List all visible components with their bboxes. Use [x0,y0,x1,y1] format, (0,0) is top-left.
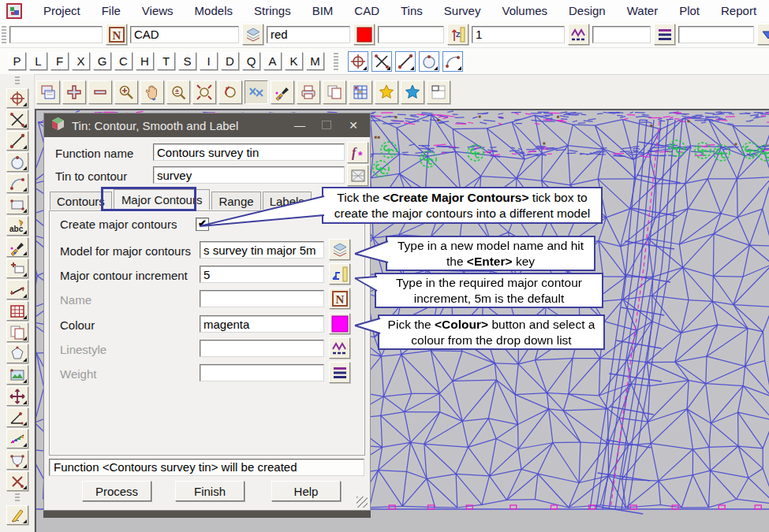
menu-models[interactable]: Models [195,4,233,17]
line-weight-field[interactable] [592,26,651,43]
toolbar-grip[interactable] [15,76,20,86]
key-button-t[interactable]: T [157,52,175,70]
toolbar-grip[interactable] [2,26,6,43]
maximize-icon[interactable] [316,119,337,132]
tab-major-contours[interactable]: Major Contours [114,189,211,210]
zoom-in-button[interactable] [114,80,138,104]
circle-snap-button[interactable] [6,152,28,172]
save-button[interactable] [36,80,60,104]
cross-snap-button[interactable] [371,51,392,72]
fence-button[interactable] [6,450,28,470]
menu-bim[interactable]: BIM [312,4,334,17]
height-picker-button[interactable]: Z [447,24,468,45]
cross-snap-button[interactable] [6,110,28,129]
grid-view-button[interactable] [349,80,372,104]
toolbar-grip[interactable] [15,493,20,503]
tin-field[interactable] [678,26,754,43]
text-button[interactable]: abc [6,216,28,236]
rectangle-button[interactable] [6,195,28,214]
function-name-input[interactable] [153,143,345,161]
copy-view-button[interactable] [323,80,346,104]
key-button-l[interactable]: L [29,52,47,70]
key-button-g[interactable]: G [93,52,111,70]
create-box-button[interactable] [6,259,28,278]
point-snap-button[interactable] [6,88,28,108]
image-button[interactable] [6,365,28,385]
model-for-major-contours-input[interactable] [200,241,324,259]
key-button-x[interactable]: X [72,52,90,70]
print-button[interactable] [297,80,320,104]
menu-strings[interactable]: Strings [254,4,291,17]
delete-cross-button[interactable] [6,471,28,491]
colour-picker-button[interactable] [329,313,350,334]
point-snap-button[interactable] [348,51,368,72]
toolbar-grip[interactable] [334,53,338,70]
key-button-m[interactable]: M [306,52,324,70]
minus-button[interactable] [88,80,112,104]
weight-input[interactable] [200,364,324,381]
name-field[interactable] [9,26,103,43]
copy-view-button[interactable] [6,322,28,342]
name-picker-button[interactable]: N [329,288,350,309]
resize-grip[interactable] [357,497,368,508]
key-button-i[interactable]: I [200,52,218,70]
paint-button[interactable] [271,80,294,104]
key-button-d[interactable]: D [221,52,239,70]
model-picker-button[interactable] [329,239,350,260]
tab-contours[interactable]: Contours [50,192,112,210]
angle-point-button[interactable] [6,407,28,427]
name-input[interactable] [200,290,324,307]
height-field[interactable] [378,26,444,43]
tin-to-contour-input[interactable] [153,166,345,184]
tab-labels[interactable]: Labels [263,192,312,210]
star-blue-button[interactable] [401,80,424,104]
menu-volumes[interactable]: Volumes [502,4,547,17]
window-layout-button[interactable] [427,80,450,104]
help-button[interactable]: Help [271,481,341,501]
key-button-h[interactable]: H [136,52,154,70]
line-snap-button[interactable] [395,51,416,72]
linestyle-picker-button[interactable] [568,24,589,45]
table-button[interactable] [6,301,28,321]
menu-cad[interactable]: CAD [354,4,379,17]
key-button-f[interactable]: F [50,52,69,70]
name-picker-button[interactable]: N [106,24,127,45]
plus-button[interactable] [62,80,86,104]
menu-views[interactable]: Views [142,4,174,17]
tab-range[interactable]: Range [211,192,260,210]
function-button[interactable]: f* [347,142,368,163]
line-snap-button[interactable] [6,131,28,151]
arc-snap-button[interactable] [6,173,28,193]
increment-picker-button[interactable] [329,263,350,285]
key-button-q[interactable]: Q [242,52,260,70]
weight-picker-button[interactable] [329,362,350,383]
zoom-scale-button[interactable]: ± [166,80,190,104]
finish-button[interactable]: Finish [175,481,245,501]
menu-tins[interactable]: Tins [401,4,423,17]
translate-button[interactable] [6,386,28,406]
gradient-line-button[interactable] [6,429,28,448]
paint-button[interactable] [6,237,28,257]
linestyle-picker-button[interactable] [329,337,350,359]
sketch-pencil-button[interactable] [6,505,28,525]
measure-button[interactable] [6,280,28,299]
zoom-extents-button[interactable] [192,80,216,104]
major-contour-increment-input[interactable] [200,266,324,283]
dialog-titlebar[interactable]: Tin: Contour, Smooth and Label — ✕ [44,113,370,137]
menu-file[interactable]: File [102,4,121,17]
tin-picker-button[interactable] [347,165,368,186]
key-button-c[interactable]: C [114,52,133,70]
colour-input[interactable] [200,315,324,333]
star-yellow-button[interactable] [375,80,398,104]
weight-picker-button[interactable] [654,24,675,45]
model-field[interactable] [130,26,239,43]
menu-survey[interactable]: Survey [444,4,481,17]
zoom-previous-button[interactable] [218,80,242,104]
key-button-s[interactable]: S [178,52,196,70]
arc-snap-button[interactable] [442,51,463,72]
menu-design[interactable]: Design [569,4,606,17]
menu-project[interactable]: Project [43,4,80,17]
key-button-a[interactable]: A [263,52,282,70]
colour-field[interactable] [267,26,350,43]
pan-button[interactable] [140,80,164,104]
